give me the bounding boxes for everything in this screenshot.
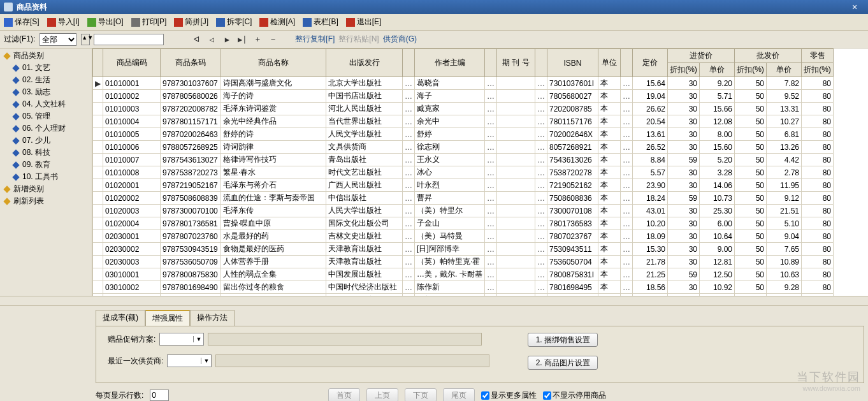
toolbar-导入[I][interactable]: 导入[I]: [47, 17, 80, 27]
page-prev[interactable]: 上页: [366, 388, 398, 401]
bundle-button[interactable]: 1. 捆绑销售设置: [528, 333, 598, 347]
diamond-icon: [12, 64, 19, 71]
diamond-icon: [12, 173, 19, 180]
toolbar-导出[O][interactable]: 导出[O]: [87, 17, 124, 27]
promo-combo[interactable]: ▼: [159, 333, 204, 346]
tree-item[interactable]: 02. 生活: [3, 74, 89, 86]
table-row[interactable]: ▶ 010100019787301037607诗国高潮与盛唐文化北京大学出版社……: [93, 77, 834, 90]
sidebar: 商品类别 01. 文艺02. 生活03. 励志04. 人文社科05. 管理06.…: [0, 48, 92, 296]
nav-first[interactable]: ᐊ: [191, 34, 202, 45]
tree-item-label: 02. 生活: [22, 75, 50, 85]
tree-item[interactable]: 08. 科技: [3, 147, 89, 159]
table-row[interactable]: 030100019787800875830人性的弱点全集中国发展出版社… …美，…: [93, 268, 834, 281]
table-row[interactable]: 010200049787801736581曹操·喋血中原国际文化出版公司… 子金…: [93, 217, 834, 230]
tabs: 提成率(额)增强属性操作方法: [96, 310, 864, 326]
table-row[interactable]: 020300039787536050709人体营养手册天津教育出版社… （英）帕…: [93, 256, 834, 268]
toolbar-打印[P][interactable]: 打印[P]: [131, 17, 167, 27]
toolbar-保存[S][interactable]: 保存[S]: [4, 17, 40, 27]
toolbar-拆零[C][interactable]: 拆零[C]: [216, 17, 252, 27]
toolbar-label: 退出[E]: [357, 17, 382, 27]
toolbar-icon: [259, 18, 268, 27]
tree-item-label: 08. 科技: [22, 147, 50, 158]
supplier-combo[interactable]: ▼: [167, 354, 212, 367]
table-row[interactable]: 010200039787300070100毛泽东传人民大学出版社… （美）特里尔…: [93, 205, 834, 217]
watermark-url: www.downxia.com: [797, 384, 860, 392]
page-last[interactable]: 尾页: [443, 388, 475, 401]
table-row[interactable]: 010200029787508608839流血的仕途：李斯与秦帝国中信出版社… …: [93, 192, 834, 205]
add-category[interactable]: 新增类别: [3, 183, 89, 195]
refresh-list-label: 刷新列表: [13, 196, 44, 207]
diamond-icon: [12, 125, 19, 132]
nav-last[interactable]: ▶|: [236, 34, 248, 45]
detail-panel: 赠品促销方案: ▼ 最近一次供货商: ▼ 1. 捆绑销售设置 2. 商品图片设置: [96, 326, 864, 383]
table-row[interactable]: 010100029787805680026海子的诗中国书店出版社… 海子……78…: [93, 90, 834, 103]
image-button[interactable]: 2. 商品图片设置: [528, 356, 598, 370]
close-button[interactable]: ×: [845, 2, 864, 12]
toolbar-label: 表栏[B]: [314, 17, 338, 27]
rows-per-page-input[interactable]: [150, 390, 169, 401]
table-row[interactable]: 020300029787530943519食物是最好的医药天津教育出版社… [日…: [93, 243, 834, 256]
rows-per-page-label: 每页显示行数:: [96, 390, 143, 401]
diamond-icon: [12, 101, 19, 108]
diamond-icon: [3, 52, 10, 59]
tree-item-label: 07. 少儿: [22, 135, 50, 146]
toolbar-退出[E][interactable]: 退出[E]: [346, 17, 382, 27]
tree-item[interactable]: 04. 人文社科: [3, 98, 89, 110]
table-row[interactable]: 010100059787020026463舒婷的诗人民文学出版社… 舒婷……70…: [93, 128, 834, 141]
copy-row-link[interactable]: 整行复制[F]: [295, 34, 335, 45]
tree-item[interactable]: 07. 少儿: [3, 135, 89, 147]
table-row[interactable]: 010100049787801157171余光中经典作品当代世界出版社… 余光中…: [93, 115, 834, 128]
chk-hide-disabled-box[interactable]: [543, 391, 551, 400]
main: 商品类别 01. 文艺02. 生活03. 励志04. 人文社科05. 管理06.…: [0, 48, 868, 296]
refresh-list[interactable]: 刷新列表: [3, 195, 89, 207]
chk-show-more[interactable]: 显示更多属性: [481, 390, 537, 401]
nav-add[interactable]: +: [252, 34, 263, 45]
tree-item[interactable]: 03. 励志: [3, 86, 89, 98]
tree-item[interactable]: 01. 文艺: [3, 62, 89, 74]
spin-icon[interactable]: ▲▼: [81, 34, 90, 45]
table-row[interactable]: 010100089787538720273繁星·春水时代文艺出版社… 冰心……7…: [93, 166, 834, 179]
tree-item[interactable]: 05. 管理: [3, 110, 89, 122]
nav-next[interactable]: ▶: [221, 34, 233, 45]
toolbar-检测[A][interactable]: 检测[A]: [259, 17, 295, 27]
page-first[interactable]: 首页: [328, 388, 360, 401]
table-row[interactable]: 010100039787202008782毛泽东诗词鉴赏河北人民出版社… 臧克家…: [93, 103, 834, 115]
watermark-text: 当下软件园: [797, 369, 860, 384]
tab-1[interactable]: 增强属性: [145, 310, 190, 326]
tab-0[interactable]: 提成率(额): [96, 310, 145, 326]
tree-item[interactable]: 09. 教育: [3, 159, 89, 171]
tree-item-label: 01. 文艺: [22, 62, 50, 73]
filter-select[interactable]: 全部: [39, 33, 77, 46]
toolbar-label: 打印[P]: [142, 17, 167, 27]
chk-hide-disabled[interactable]: 不显示停用商品: [543, 390, 606, 401]
nav-prev[interactable]: ◁: [206, 34, 217, 45]
table-row[interactable]: 020300019787807023760水是最好的药吉林文史出版社… （美）马…: [93, 230, 834, 243]
table-row[interactable]: 010100069788057268925诗词韵律文具供货商… 徐志刚……805…: [93, 141, 834, 154]
chk-show-more-box[interactable]: [481, 391, 489, 400]
filter-input[interactable]: [94, 34, 164, 45]
table-row[interactable]: 030100029787801698490留出你过冬的粮食中国时代经济出版社… …: [93, 281, 834, 294]
tree-item[interactable]: 10. 工具书: [3, 171, 89, 183]
table-row[interactable]: 010100079787543613027格律诗写作技巧青岛出版社… 王永义………: [93, 154, 834, 166]
diamond-icon: [12, 137, 19, 144]
grid[interactable]: 商品编码 商品条码 商品名称 出版发行 作者主编 期 刊 号 ISBN 单位 定…: [92, 48, 868, 296]
toolbar: 保存[S]导入[I]导出[O]打印[P]简拼[J]拆零[C]检测[A]表栏[B]…: [0, 14, 868, 31]
tab-2[interactable]: 操作方法: [190, 310, 235, 326]
toolbar-label: 保存[S]: [15, 17, 40, 27]
supplier-link[interactable]: 供货商(G): [383, 34, 417, 45]
diamond-icon: [3, 186, 10, 193]
grid-scrollbar[interactable]: [0, 296, 868, 306]
toolbar-表栏[B][interactable]: 表栏[B]: [303, 17, 338, 27]
tree-root[interactable]: 商品类别: [3, 50, 89, 62]
filter-bar: 过滤(F1): 全部 ▲▼ ᐊ ◁ ▶ ▶| + − 整行复制[F] 整行粘贴[…: [0, 31, 868, 48]
table-row[interactable]: 010200019787219052167毛泽东与蒋介石广西人民出版社… 叶永烈…: [93, 179, 834, 192]
toolbar-简拼[J][interactable]: 简拼[J]: [174, 17, 208, 27]
table-row[interactable]: 030100039787508040738九型人格中国时代经济出版社… （美）帕…: [93, 294, 834, 296]
diamond-icon: [12, 161, 19, 168]
tree-item-label: 03. 励志: [22, 87, 50, 98]
tree-item[interactable]: 06. 个人理财: [3, 122, 89, 135]
chevron-down-icon: ▼: [193, 336, 203, 342]
page-next[interactable]: 下页: [405, 388, 437, 401]
tree-item-label: 05. 管理: [22, 111, 50, 122]
nav-del[interactable]: −: [267, 34, 278, 45]
